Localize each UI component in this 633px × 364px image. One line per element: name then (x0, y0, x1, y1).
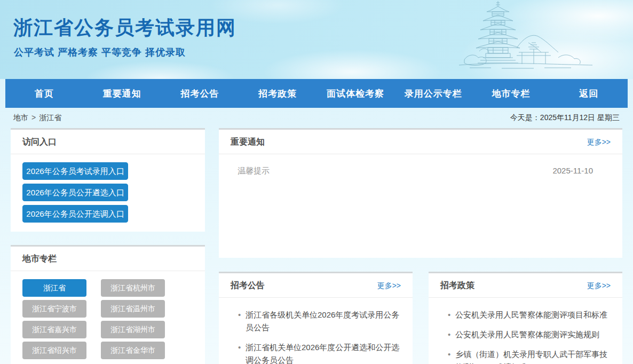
notice-link[interactable]: 温馨提示 (238, 166, 270, 176)
breadcrumb-current: 浙江省 (39, 113, 61, 122)
nav-item-back[interactable]: 返回 (550, 88, 628, 100)
nav-item-city-columns[interactable]: 地市专栏 (472, 88, 550, 100)
access-entries-header: 访问入口 (11, 130, 205, 154)
city-button-ningbo[interactable]: 浙江省宁波市 (22, 300, 86, 318)
announcement-link[interactable]: 浙江省机关单位2026年度公开遴选和公开选调公务员公告 (238, 341, 403, 364)
nav-item-interview-inspection[interactable]: 面试体检考察 (316, 88, 394, 100)
recruit-policies-panel: 招考政策 更多>> 公安机关录用人民警察体能测评项目和标准 公安机关录用人民警察… (429, 272, 622, 364)
recruit-announcements-list: 浙江省各级机关单位2026年度考试录用公务员公告 浙江省机关单位2026年度公开… (219, 298, 413, 364)
recruit-policies-header: 招考政策 更多>> (429, 273, 622, 298)
city-button-jinhua[interactable]: 浙江省金华市 (101, 342, 165, 359)
city-button-zhejiang[interactable]: 浙江省 (22, 279, 86, 297)
policy-link[interactable]: 乡镇（街道）机关录用专职人武干部军事技能测评项目成绩标准 (448, 348, 613, 364)
entry-button-open-transfer[interactable]: 2026年公务员公开选调入口 (22, 205, 128, 223)
breadcrumb-root[interactable]: 地市 (13, 113, 28, 122)
meta-row: 地市>浙江省 今天是：2025年11月12日 星期三 (0, 108, 633, 128)
site-slogan: 公平考试 严格考察 平等竞争 择优录取 (14, 46, 186, 59)
important-notices-title: 重要通知 (231, 137, 265, 148)
city-button-jiaxing[interactable]: 浙江省嘉兴市 (22, 321, 86, 338)
recruit-policies-list: 公安机关录用人民警察体能测评项目和标准 公安机关录用人民警察体能测评实施规则 乡… (429, 298, 622, 364)
nav-item-recruit-announcements[interactable]: 招考公告 (161, 88, 239, 100)
recruit-announcements-more-link[interactable]: 更多>> (377, 281, 401, 291)
city-button-grid: 浙江省 浙江省杭州市 浙江省宁波市 浙江省温州市 浙江省嘉兴市 浙江省湖州市 浙… (11, 271, 205, 359)
nav-item-employment-publicity[interactable]: 录用公示专栏 (394, 88, 472, 100)
announcement-link[interactable]: 浙江省各级机关单位2026年度考试录用公务员公告 (238, 308, 403, 334)
city-button-wenzhou[interactable]: 浙江省温州市 (101, 300, 165, 318)
bottom-panel-row: 招考公告 更多>> 浙江省各级机关单位2026年度考试录用公务员公告 浙江省机关… (219, 272, 622, 364)
nav-item-important-notices[interactable]: 重要通知 (83, 88, 161, 100)
site-header: 浙江省公务员考试录用网 公平考试 严格考察 平等竞争 择优录取 (0, 0, 633, 79)
pagoda-illustration (454, 0, 633, 77)
important-notices-more-link[interactable]: 更多>> (587, 138, 611, 147)
access-entries-title: 访问入口 (22, 137, 57, 148)
policy-link[interactable]: 公安机关录用人民警察体能测评项目和标准 (448, 308, 613, 321)
important-notices-list: 温馨提示 2025-11-10 (219, 154, 622, 176)
important-notices-panel: 重要通知 更多>> 温馨提示 2025-11-10 (219, 128, 622, 258)
recruit-policies-more-link[interactable]: 更多>> (587, 281, 611, 291)
city-column-header: 地市专栏 (11, 247, 205, 271)
city-button-huzhou[interactable]: 浙江省湖州市 (101, 321, 165, 338)
city-column-panel: 地市专栏 浙江省 浙江省杭州市 浙江省宁波市 浙江省温州市 浙江省嘉兴市 浙江省… (11, 245, 205, 364)
city-button-shaoxing[interactable]: 浙江省绍兴市 (22, 342, 86, 359)
right-column: 重要通知 更多>> 温馨提示 2025-11-10 招考公告 更多>> 浙江省各… (219, 128, 622, 364)
site-title: 浙江省公务员考试录用网 (13, 15, 236, 41)
access-entries-list: 2026年公务员考试录用入口 2026年公务员公开遴选入口 2026年公务员公开… (11, 154, 205, 223)
breadcrumb: 地市>浙江省 (13, 113, 61, 123)
entry-button-exam-recruitment[interactable]: 2026年公务员考试录用入口 (22, 162, 128, 180)
nav-item-recruit-policies[interactable]: 招考政策 (239, 88, 316, 100)
recruit-announcements-header: 招考公告 更多>> (219, 273, 413, 298)
recruit-announcements-panel: 招考公告 更多>> 浙江省各级机关单位2026年度考试录用公务员公告 浙江省机关… (219, 272, 413, 364)
today-value: 2025年11月12日 星期三 (540, 113, 620, 122)
recruit-announcements-title: 招考公告 (231, 280, 265, 291)
city-button-hangzhou[interactable]: 浙江省杭州市 (101, 279, 165, 297)
city-column-title: 地市专栏 (22, 254, 57, 265)
policy-link[interactable]: 公安机关录用人民警察体能测评实施规则 (448, 328, 613, 341)
notice-date: 2025-11-10 (552, 166, 593, 175)
content-area: 访问入口 2026年公务员考试录用入口 2026年公务员公开遴选入口 2026年… (0, 128, 633, 364)
breadcrumb-separator: > (31, 113, 36, 122)
main-navigation: 首页 重要通知 招考公告 招考政策 面试体检考察 录用公示专栏 地市专栏 返回 (5, 79, 628, 108)
entry-button-open-selection[interactable]: 2026年公务员公开遴选入口 (22, 184, 128, 201)
today-date: 今天是：2025年11月12日 星期三 (510, 113, 620, 123)
notice-row: 温馨提示 2025-11-10 (238, 166, 593, 176)
today-prefix: 今天是： (510, 113, 540, 122)
recruit-policies-title: 招考政策 (440, 280, 474, 291)
access-entries-panel: 访问入口 2026年公务员考试录用入口 2026年公务员公开遴选入口 2026年… (11, 128, 205, 232)
important-notices-header: 重要通知 更多>> (219, 130, 622, 154)
nav-item-home[interactable]: 首页 (5, 88, 83, 100)
left-column: 访问入口 2026年公务员考试录用入口 2026年公务员公开遴选入口 2026年… (11, 128, 205, 364)
